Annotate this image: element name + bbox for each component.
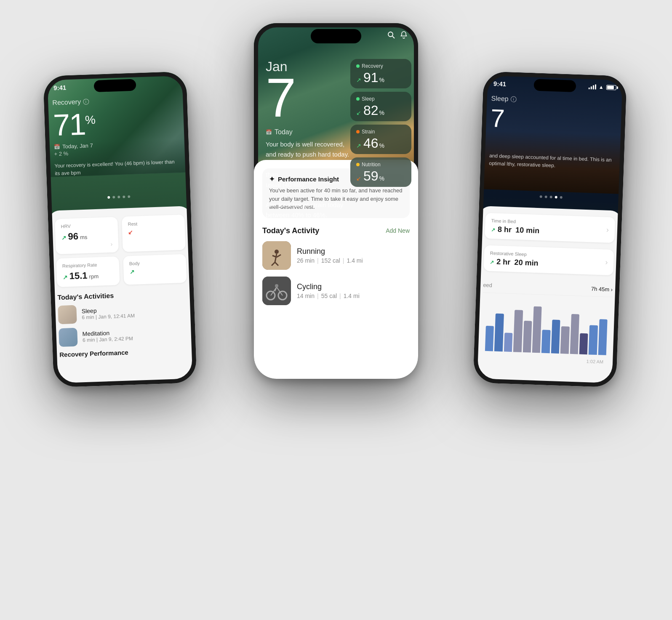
- center-status-icons: [387, 31, 408, 39]
- chart-bar: [579, 333, 588, 355]
- body-card[interactable]: Body ↗: [123, 254, 187, 285]
- nutrition-arrow: ↙: [356, 176, 361, 181]
- activity-meditation[interactable]: Meditation 6 min | Jan 9, 2:42 PM: [59, 324, 189, 347]
- left-recovery-header: Recovery i 71% 📅 Today, Jan 7 + 2 % Your…: [52, 95, 181, 177]
- hrv-chevron[interactable]: ›: [110, 241, 112, 247]
- dot-5: [128, 195, 130, 198]
- chart-bar: [513, 310, 523, 352]
- svg-point-15: [275, 284, 278, 287]
- stat-nutrition-label: Nutrition: [356, 162, 405, 168]
- rest-card[interactable]: Rest ↙: [122, 215, 186, 252]
- tib-chevron[interactable]: ›: [606, 226, 609, 234]
- hrv-value: ↗ 96 ms: [61, 230, 112, 242]
- respiratory-label: Respiratory Rate: [62, 262, 113, 269]
- stat-strain-value: ↗ 46 %: [356, 136, 405, 150]
- svg-point-3: [275, 250, 279, 254]
- chart-time: 1:02 AM: [587, 359, 604, 364]
- hrv-card[interactable]: HRV ↗ 96 ms ›: [55, 217, 119, 254]
- left-notch: [94, 79, 136, 92]
- dynamic-island: [311, 29, 361, 43]
- rdot-5: [560, 196, 563, 199]
- hrv-arrow: ↗: [61, 234, 67, 241]
- right-notch: [533, 79, 576, 92]
- respiratory-card[interactable]: Respiratory Rate ↗ 15.1 rpm: [56, 256, 120, 287]
- rest-value: ↙: [128, 227, 179, 236]
- recovery-perf-title: Recovery Performance: [59, 346, 189, 358]
- chart-bar: [523, 321, 532, 353]
- bell-icon[interactable]: [400, 31, 408, 39]
- chart-bar: [560, 326, 570, 354]
- center-stats-panel: Recovery ↗ 91 % Sleep ↙: [350, 59, 411, 187]
- restorative-label: Restorative Sleep: [490, 250, 539, 257]
- restorative-sleep-card[interactable]: Restorative Sleep ↗ 2 hr 20 min ›: [483, 245, 614, 276]
- time-in-bed-card[interactable]: Time in Bed ↗ 8 hr 10 min ›: [485, 213, 615, 243]
- signal-bars: [589, 84, 596, 90]
- svg-line-1: [392, 36, 395, 38]
- sleep-chart-container: 1:02 AM: [480, 296, 612, 368]
- center-date-block: Jan 7 📅 Today Your body is well recovere…: [266, 59, 350, 220]
- cycling-info: Cycling 14 min | 55 cal | 1.4 mi: [297, 282, 360, 299]
- activity-section-title: Today's Activity: [262, 226, 319, 235]
- running-name: Running: [297, 247, 363, 256]
- stat-strain-label: Strain: [356, 129, 405, 135]
- left-status-time: 9:41: [53, 84, 67, 91]
- chart-bar: [494, 314, 504, 352]
- stat-recovery-label: Recovery: [356, 63, 405, 69]
- rest-arrow: ↙: [128, 229, 133, 236]
- rest-sleep-chevron[interactable]: ›: [605, 258, 608, 267]
- strain-dot: [356, 130, 360, 133]
- wifi-icon: ▲: [599, 84, 604, 90]
- activity-running-row[interactable]: Running 26 min | 152 cal | 1.4 mi: [262, 241, 410, 270]
- running-svg: [262, 241, 291, 270]
- activity-meditation-info: Meditation 6 min | Jan 9, 2:42 PM: [82, 329, 133, 343]
- right-sleep-header: Sleep i 7 and deep sleep accounted for a…: [489, 95, 618, 171]
- sleep-need-value: 7h 45m ›: [591, 286, 613, 293]
- body-arrow: ↗: [129, 269, 135, 275]
- time-in-bed-value: ↗ 8 hr 10 min: [491, 225, 540, 235]
- dot-1: [107, 196, 110, 199]
- center-today-label: 📅 Today: [266, 128, 350, 136]
- chart-bar: [598, 319, 607, 355]
- hrv-label: HRV: [61, 222, 112, 229]
- respiratory-value: ↗ 15.1 rpm: [62, 269, 114, 282]
- meditation-meta: 6 min | Jan 9, 2:42 PM: [83, 335, 133, 343]
- right-dots: [540, 195, 563, 199]
- right-status-time: 9:41: [493, 80, 507, 88]
- dot-3: [117, 196, 120, 198]
- battery-icon: [606, 85, 616, 90]
- restorative-value: ↗ 2 hr 20 min: [490, 257, 539, 268]
- chart-bar: [570, 314, 579, 354]
- strain-arrow: ↗: [356, 143, 361, 149]
- stat-recovery[interactable]: Recovery ↗ 91 %: [350, 59, 411, 88]
- nutrition-dot: [356, 163, 360, 166]
- rdot-1: [540, 195, 542, 198]
- right-bottom-panel: Time in Bed ↗ 8 hr 10 min › R: [473, 206, 622, 388]
- stat-nutrition[interactable]: Nutrition ↙ 59 %: [350, 157, 411, 187]
- sleep-score: 7: [490, 106, 617, 135]
- left-recovery-text: Your recovery is excellent! You (46 bpm)…: [54, 158, 181, 177]
- sleep-thumb: [58, 305, 77, 325]
- activity-sleep-info: Sleep 6 min | Jan 9, 12:41 AM: [81, 306, 135, 320]
- activity-sleep[interactable]: Sleep 6 min | Jan 9, 12:41 AM: [58, 301, 188, 325]
- info-icon: i: [83, 98, 89, 104]
- stat-strain[interactable]: Strain ↗ 46 %: [350, 125, 411, 154]
- left-bottom-panel: HRV ↗ 96 ms › Rest ↙: [48, 206, 197, 388]
- add-new-button[interactable]: Add New: [386, 227, 410, 234]
- recovery-dot: [356, 64, 360, 68]
- left-dots: [107, 195, 130, 199]
- left-recovery-percent: 71%: [53, 106, 180, 140]
- time-in-bed-label: Time in Bed: [491, 218, 540, 225]
- search-icon[interactable]: [387, 31, 395, 39]
- stat-recovery-value: ↗ 91 %: [356, 71, 405, 84]
- activity-header-row: Today's Activity Add New: [262, 226, 410, 235]
- activity-cycling-row[interactable]: Cycling 14 min | 55 cal | 1.4 mi: [262, 277, 410, 305]
- sleep-info-icon: i: [510, 96, 516, 102]
- svg-point-0: [388, 32, 393, 37]
- chart-bar: [541, 330, 550, 354]
- running-meta: 26 min | 152 cal | 1.4 mi: [297, 257, 363, 264]
- sleep-dot: [356, 97, 360, 101]
- stat-sleep[interactable]: Sleep ↙ 82 %: [350, 92, 411, 121]
- center-date-day: 7: [266, 70, 350, 125]
- running-info: Running 26 min | 152 cal | 1.4 mi: [297, 247, 363, 264]
- phone-right: 9:41 ▲ Sleep: [473, 71, 627, 387]
